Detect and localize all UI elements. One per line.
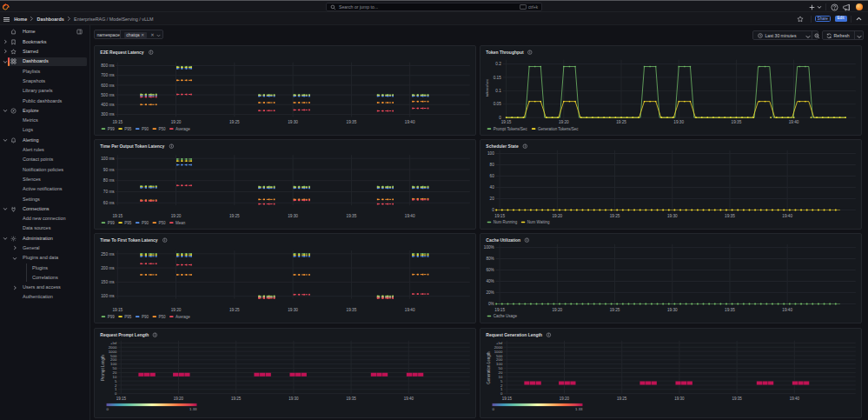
svg-text:19:30: 19:30: [666, 308, 677, 312]
svg-text:Request Prompt Length: Request Prompt Length: [100, 333, 149, 337]
svg-text:Token Throughput: Token Throughput: [486, 50, 524, 55]
svg-text:Num Running: Num Running: [493, 220, 517, 224]
svg-text:60: 60: [489, 174, 494, 178]
svg-text:400 ms: 400 ms: [101, 103, 115, 107]
svg-text:19:15: 19:15: [500, 120, 511, 124]
svg-text:tokens/sec: tokens/sec: [485, 79, 489, 97]
svg-text:Generation Tokens/Sec: Generation Tokens/Sec: [537, 127, 578, 131]
svg-text:100: 100: [496, 362, 503, 366]
svg-text:P50: P50: [158, 221, 166, 225]
svg-text:19:15: 19:15: [494, 214, 505, 218]
svg-text:19:25: 19:25: [609, 308, 620, 312]
svg-text:5: 5: [500, 378, 503, 383]
svg-text:19:35: 19:35: [346, 397, 356, 401]
svg-text:19:20: 19:20: [174, 397, 184, 401]
svg-text:19:35: 19:35: [346, 308, 356, 312]
svg-text:19:20: 19:20: [170, 214, 181, 218]
svg-text:19:35: 19:35: [732, 397, 742, 401]
svg-text:19:40: 19:40: [789, 397, 799, 401]
svg-text:1: 1: [115, 387, 117, 391]
svg-text:P99: P99: [107, 315, 115, 319]
svg-text:5: 5: [115, 378, 117, 383]
svg-text:P90: P90: [142, 221, 149, 225]
svg-text:P95: P95: [124, 315, 132, 319]
svg-text:19:35: 19:35: [725, 308, 735, 312]
svg-text:Average: Average: [176, 127, 190, 131]
svg-text:800 ms: 800 ms: [101, 63, 115, 68]
svg-text:80%: 80%: [486, 257, 494, 262]
svg-text:700 ms: 700 ms: [101, 74, 115, 78]
svg-text:1000: 1000: [108, 349, 116, 353]
svg-text:Scheduler State: Scheduler State: [486, 144, 519, 149]
svg-text:50: 50: [112, 366, 116, 370]
svg-text:40: 40: [489, 185, 494, 190]
svg-text:19:30: 19:30: [673, 120, 684, 124]
svg-text:80: 80: [489, 163, 494, 167]
svg-text:0: 0: [492, 407, 494, 411]
svg-text:19:30: 19:30: [288, 308, 298, 312]
svg-text:19:15: 19:15: [112, 308, 123, 312]
svg-text:100: 100: [110, 362, 117, 366]
svg-text:19:25: 19:25: [617, 397, 627, 401]
svg-text:19:30: 19:30: [674, 397, 685, 401]
svg-text:P90: P90: [142, 127, 149, 131]
svg-text:Request Generation Length: Request Generation Length: [486, 333, 542, 337]
svg-text:19:30: 19:30: [288, 214, 298, 218]
svg-text:19:40: 19:40: [782, 214, 792, 218]
svg-text:2: 2: [500, 383, 503, 387]
svg-text:2: 2: [115, 383, 117, 387]
svg-text:Prompt Length: Prompt Length: [100, 354, 104, 380]
svg-text:1000: 1000: [494, 349, 502, 353]
svg-text:P99: P99: [107, 221, 115, 225]
svg-text:0.05: 0.05: [493, 103, 501, 107]
svg-text:19:20: 19:20: [552, 214, 562, 218]
svg-text:2000: 2000: [108, 344, 116, 349]
svg-text:100 ms: 100 ms: [101, 157, 115, 161]
svg-text:19:25: 19:25: [609, 214, 620, 218]
svg-text:Mean: Mean: [176, 221, 186, 225]
svg-text:19:15: 19:15: [494, 308, 505, 312]
svg-text:19:40: 19:40: [782, 308, 792, 312]
svg-text:100%: 100%: [483, 246, 494, 250]
svg-text:P90: P90: [142, 315, 149, 319]
svg-text:0.15: 0.15: [493, 76, 501, 80]
svg-text:P95: P95: [124, 127, 132, 131]
svg-text:19:20: 19:20: [170, 308, 181, 312]
svg-text:+Inf: +Inf: [496, 341, 503, 345]
svg-text:0: 0: [492, 208, 494, 212]
svg-text:0: 0: [106, 407, 109, 411]
svg-text:P50: P50: [158, 315, 166, 319]
svg-text:19:40: 19:40: [405, 308, 415, 312]
svg-text:P99: P99: [107, 127, 115, 131]
svg-text:10: 10: [112, 374, 116, 378]
svg-text:50: 50: [498, 366, 502, 370]
svg-text:19:30: 19:30: [288, 397, 299, 401]
svg-text:90 ms: 90 ms: [103, 168, 115, 172]
svg-text:0%: 0%: [488, 303, 494, 307]
svg-text:1.33: 1.33: [575, 407, 583, 411]
svg-text:19:40: 19:40: [788, 120, 798, 124]
svg-text:200: 200: [496, 357, 503, 362]
svg-text:19:35: 19:35: [731, 120, 741, 124]
svg-text:0: 0: [500, 391, 503, 396]
svg-text:19:15: 19:15: [501, 397, 512, 401]
svg-text:+Inf: +Inf: [110, 341, 117, 345]
svg-text:0.2: 0.2: [495, 62, 501, 66]
svg-text:300 ms: 300 ms: [101, 112, 115, 117]
svg-text:P50: P50: [158, 127, 166, 131]
svg-text:19:25: 19:25: [229, 214, 240, 218]
svg-text:19:30: 19:30: [666, 214, 677, 218]
svg-text:600 ms: 600 ms: [101, 83, 115, 88]
svg-text:80 ms: 80 ms: [103, 179, 115, 183]
svg-text:19:15: 19:15: [116, 397, 126, 401]
svg-text:19:25: 19:25: [231, 397, 242, 401]
svg-text:250 ms: 250 ms: [101, 252, 115, 257]
svg-text:P95: P95: [124, 221, 132, 225]
svg-text:20: 20: [112, 370, 116, 375]
svg-text:19:20: 19:20: [559, 397, 569, 401]
svg-text:19:40: 19:40: [405, 214, 415, 218]
svg-text:Cache Usage: Cache Usage: [493, 314, 517, 318]
svg-text:E2E Request Latency: E2E Request Latency: [100, 50, 143, 55]
svg-text:Time Per Output Token Latency: Time Per Output Token Latency: [100, 144, 164, 149]
svg-text:500: 500: [110, 353, 117, 357]
